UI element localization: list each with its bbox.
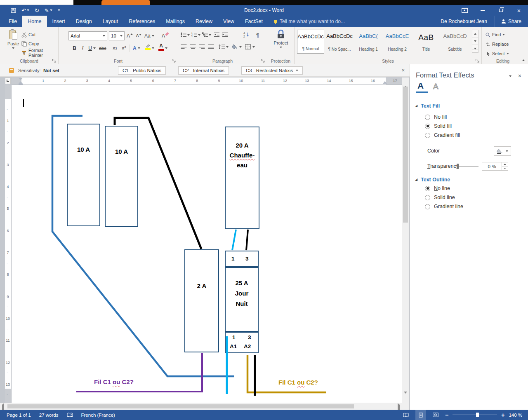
strikethrough-button[interactable]: abc — [99, 44, 106, 52]
transparency-slider-thumb[interactable] — [457, 164, 459, 169]
contactor-top-terminals[interactable]: 1 3 — [225, 251, 259, 267]
sort-icon[interactable]: AZ — [243, 32, 250, 38]
text-effects-icon[interactable]: A — [133, 44, 140, 52]
contactor-bottom-terminals[interactable]: 1 3 A1 A2 — [225, 332, 259, 353]
align-center-icon[interactable] — [190, 44, 196, 49]
undo-icon[interactable]: ↶ — [21, 7, 29, 14]
select-button[interactable]: Select — [485, 49, 509, 58]
customize-qat-icon[interactable] — [58, 9, 60, 11]
page-indicator[interactable]: Page 1 of 1 — [0, 413, 35, 418]
scrollbar-thumb[interactable] — [7, 404, 354, 408]
multilevel-list-icon[interactable] — [202, 32, 208, 38]
chevron-down-icon[interactable] — [198, 34, 200, 36]
chevron-down-icon[interactable] — [93, 47, 96, 49]
bullets-icon[interactable] — [181, 32, 187, 38]
ribbon-tab[interactable]: FactSet — [240, 16, 268, 27]
collapse-triangle-icon[interactable]: ◢ — [415, 104, 417, 108]
scroll-down-icon[interactable] — [472, 38, 478, 45]
font-color-icon[interactable]: A — [158, 43, 164, 51]
minimize-icon[interactable] — [474, 5, 492, 16]
web-layout-icon[interactable] — [430, 410, 441, 420]
spinner-down-icon[interactable] — [502, 167, 508, 170]
styles-more-icon[interactable] — [472, 45, 478, 52]
day-night-relay-box[interactable]: 25 A Jour Nuit — [225, 267, 259, 332]
first-line-indent-marker[interactable] — [19, 78, 23, 80]
show-formatting-marks-button[interactable]: ¶ — [254, 31, 261, 40]
document-page[interactable]: 10 A 10 A 20 A Chauffe- eau 2 A 1 3 25 A… — [12, 85, 402, 403]
annotation-right[interactable]: Fil C1 ou C2? — [278, 379, 318, 386]
restore-icon[interactable] — [492, 5, 510, 16]
scrollbar-thumb[interactable] — [403, 87, 408, 223]
zoom-in-icon[interactable]: + — [501, 412, 504, 418]
ribbon-tab[interactable]: Layout — [97, 16, 124, 27]
close-icon[interactable]: × — [510, 5, 528, 16]
format-painter-button[interactable]: Format Painter — [21, 49, 58, 57]
horizontal-scrollbar[interactable] — [0, 403, 402, 410]
underline-button[interactable]: U — [87, 44, 94, 52]
scroll-down-icon[interactable] — [404, 394, 407, 399]
share-button[interactable]: Share — [495, 16, 528, 27]
collapse-ribbon-icon[interactable] — [522, 56, 525, 62]
zoom-level[interactable]: 140 % — [509, 413, 522, 418]
close-icon[interactable]: × — [401, 67, 405, 73]
right-indent-marker[interactable] — [383, 81, 387, 84]
read-mode-icon[interactable] — [401, 410, 411, 420]
style-item[interactable]: AaBbCcDc ¶ No Spac... — [326, 30, 353, 54]
style-item[interactable]: AaB Title — [412, 30, 440, 54]
chevron-down-icon[interactable] — [187, 34, 190, 36]
collapse-triangle-icon[interactable]: ◢ — [415, 178, 417, 181]
breaker-box-10a-2[interactable]: 10 A — [105, 126, 138, 227]
language-indicator[interactable]: French (France) — [77, 413, 119, 418]
solid-line-option[interactable]: Solid line — [425, 195, 455, 200]
clear-formatting-icon[interactable]: A — [162, 31, 169, 40]
font-family-combo[interactable]: Arial — [68, 31, 107, 40]
dialog-launcher-icon[interactable] — [261, 59, 265, 63]
solid-fill-option[interactable]: Solid fill — [425, 123, 452, 129]
chevron-down-icon[interactable] — [152, 47, 154, 49]
style-item[interactable]: AaBbCcDc ¶ Normal — [297, 30, 324, 54]
zoom-out-icon[interactable]: − — [445, 412, 448, 418]
tell-me-box[interactable]: Tell me what you want to do... — [274, 16, 345, 27]
ribbon-tab[interactable]: Mailings — [160, 16, 190, 27]
proofing-icon[interactable] — [63, 413, 77, 418]
dialog-launcher-icon[interactable] — [475, 59, 480, 63]
cut-button[interactable]: Cut — [21, 31, 35, 39]
align-left-icon[interactable] — [181, 44, 187, 49]
ribbon-tab[interactable]: View — [218, 16, 240, 27]
justify-icon[interactable] — [208, 44, 214, 49]
chevron-down-icon[interactable] — [509, 73, 512, 78]
vertical-scrollbar[interactable] — [402, 77, 409, 403]
fill-color-button[interactable] — [494, 146, 511, 156]
tab-selector[interactable] — [5, 77, 11, 84]
font-size-combo[interactable]: 10 — [109, 31, 125, 40]
find-button[interactable]: Find — [485, 31, 505, 39]
chevron-down-icon[interactable] — [226, 46, 229, 48]
shading-icon[interactable] — [232, 44, 238, 49]
subscript-button[interactable]: x₂ — [111, 44, 118, 52]
zoom-slider-thumb[interactable] — [476, 413, 479, 417]
ribbon-tab[interactable]: Review — [190, 16, 218, 27]
heater-box-20a[interactable]: 20 A Chauffe- eau — [225, 127, 259, 229]
gradient-fill-option[interactable]: Gradient fill — [425, 132, 460, 138]
sensitivity-classification-button[interactable]: C1 - Public Natixis — [118, 66, 166, 75]
breaker-box-10a-1[interactable]: 10 A — [67, 124, 100, 226]
breaker-box-2a[interactable]: 2 A — [184, 249, 219, 352]
align-right-icon[interactable] — [199, 44, 205, 49]
style-item[interactable]: AaBbCcD Subtitle — [441, 30, 469, 54]
print-layout-icon[interactable] — [415, 410, 426, 420]
protect-button[interactable]: Protect — [272, 29, 290, 48]
numbering-icon[interactable]: 123 — [191, 32, 198, 38]
scroll-up-icon[interactable] — [472, 30, 478, 38]
sensitivity-classification-button[interactable]: C2 - Internal Natixis — [178, 66, 229, 75]
chevron-down-icon[interactable] — [209, 34, 211, 36]
paste-button[interactable]: Paste — [4, 29, 22, 49]
no-fill-option[interactable]: No fill — [425, 114, 447, 120]
word-count[interactable]: 27 words — [35, 413, 63, 418]
close-icon[interactable]: × — [518, 73, 521, 79]
transparency-slider[interactable] — [457, 166, 478, 167]
replace-button[interactable]: Replace — [485, 40, 509, 48]
line-spacing-icon[interactable] — [219, 44, 225, 49]
italic-button[interactable]: I — [79, 44, 86, 52]
signed-in-user[interactable]: De Rochebouet Jean — [441, 16, 495, 27]
text-fill-outline-tab-icon[interactable]: A — [417, 81, 424, 91]
